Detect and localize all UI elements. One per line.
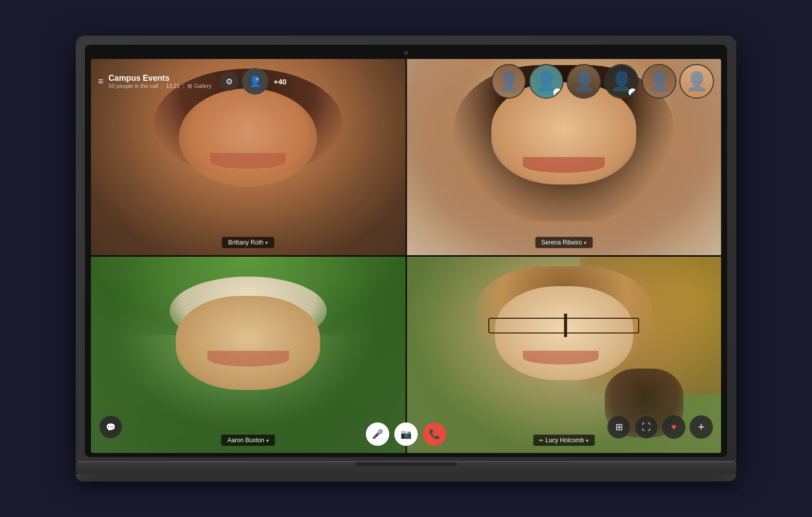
chat-icon: 💬 (106, 422, 116, 432)
layout-button[interactable]: ⊞ (607, 415, 631, 439)
extra-count: +40 (273, 77, 286, 86)
gallery-icon: ⊞ (188, 83, 192, 89)
add-people-button[interactable]: 👤 + (242, 68, 268, 95)
add-plus-icon: + (256, 76, 259, 83)
call-title: Campus Events (109, 74, 212, 83)
chat-button[interactable]: 💬 (99, 415, 122, 439)
screen: Brittany Roth ▾ (91, 59, 721, 453)
end-call-button[interactable]: 📞 (423, 422, 446, 446)
thumb-1[interactable]: 👤 (491, 64, 526, 99)
settings-button[interactable]: ⚙ (220, 72, 239, 91)
layout-icon: ⊞ (615, 421, 623, 433)
laptop-device: Brittany Roth ▾ (76, 36, 736, 481)
muted-icon-1: 🎤 (553, 88, 561, 97)
call-title-area: Campus Events 50 people in the call | 13… (109, 74, 212, 89)
gallery-button[interactable]: ⊞ Gallery (188, 83, 212, 89)
name-badge-serena[interactable]: Serena Ribeiro ▾ (535, 237, 592, 248)
laptop-lid: Brittany Roth ▾ (76, 36, 736, 462)
serena-name: Serena Ribeiro (541, 239, 582, 246)
camera-button[interactable]: 📷 (394, 422, 418, 446)
people-count: 50 people in the call (109, 83, 159, 89)
thumb-2[interactable]: 👤 🎤 (529, 64, 564, 99)
left-control-area: 💬 (99, 415, 122, 439)
more-button[interactable]: + (690, 415, 713, 439)
screen-bezel: Brittany Roth ▾ (85, 45, 727, 457)
thumb-3[interactable]: 👤 (567, 64, 601, 99)
top-bar: ≡ Campus Events 50 people in the call | … (91, 59, 721, 104)
more-icon: + (698, 420, 705, 434)
right-controls-area: ⊞ ⛶ ♥ + (607, 415, 713, 439)
bottom-controls: 💬 🎤 📷 📞 (91, 422, 721, 446)
muted-icon-2: 🎤 (629, 88, 637, 97)
thumb-5[interactable]: 👤 (642, 64, 676, 99)
fullscreen-icon: ⛶ (642, 422, 651, 433)
end-call-icon: 📞 (429, 429, 440, 440)
chevron-icon: ▾ (265, 240, 268, 246)
gallery-label: Gallery (194, 83, 212, 89)
call-meta: 50 people in the call | 13:21 | ⊞ Galler… (109, 83, 212, 89)
separator: | (161, 83, 163, 89)
heart-icon: ♥ (671, 422, 677, 433)
hamburger-icon[interactable]: ≡ (98, 76, 104, 87)
laptop-foot (76, 474, 736, 481)
participant-thumbnails: 👤 👤 🎤 👤 (491, 64, 714, 99)
thumb-6[interactable]: 👤 (679, 64, 714, 99)
thumb-4[interactable]: 👤 🎤 (604, 64, 639, 99)
video-grid: Brittany Roth ▾ (91, 59, 721, 453)
separator2: | (183, 83, 184, 89)
fullscreen-button[interactable]: ⛶ (635, 415, 658, 439)
name-badge-brittany[interactable]: Brittany Roth ▾ (222, 237, 274, 248)
brittany-name: Brittany Roth (228, 239, 263, 246)
call-time: 13:21 (166, 83, 180, 89)
chevron-icon-2: ▾ (584, 240, 586, 246)
call-container: Brittany Roth ▾ (91, 59, 721, 453)
laptop-base (76, 462, 736, 474)
mic-icon: 🎤 (372, 429, 383, 440)
camera-icon: 📷 (400, 429, 412, 440)
heart-button[interactable]: ♥ (662, 415, 685, 439)
mic-button[interactable]: 🎤 (366, 422, 389, 446)
